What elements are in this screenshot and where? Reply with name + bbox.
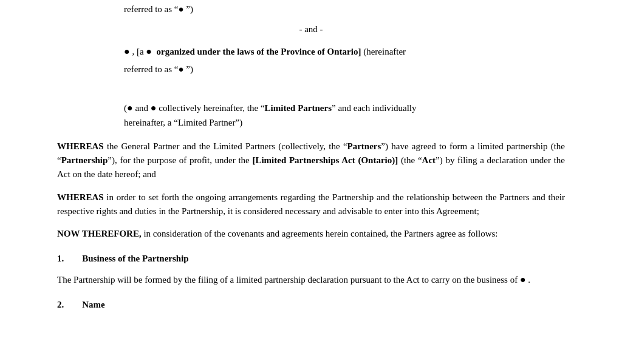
and-text: - and - xyxy=(299,24,323,34)
referred-text-2: referred to as “● ”) xyxy=(124,64,193,74)
now-therefore-paragraph: NOW THEREFORE, in consideration of the c… xyxy=(57,227,565,241)
whereas1-block: WHEREAS the General Partner and the Limi… xyxy=(57,140,565,182)
paren-block: (● and ● collectively hereinafter, the “… xyxy=(124,101,565,130)
section1-num: 1.Business of the Partnership xyxy=(57,254,189,263)
whereas2-block: WHEREAS in order to set forth the ongoin… xyxy=(57,190,565,219)
party2-block: ● , [a ● organized under the laws of the… xyxy=(124,44,565,59)
now-therefore-keyword: NOW THEREFORE, xyxy=(57,229,142,238)
paren-line2: hereinafter, a “Limited Partner”) xyxy=(124,118,242,127)
section2-heading: 2.Name xyxy=(57,298,565,312)
and-separator: - and - xyxy=(57,22,565,36)
section1-paragraph: The Partnership will be formed by the fi… xyxy=(57,272,565,288)
section2-num: 2. xyxy=(57,300,64,309)
section1-heading: 1.Business of the Partnership xyxy=(57,252,565,266)
now-therefore-block: NOW THEREFORE, in consideration of the c… xyxy=(57,227,565,241)
section1-title: Business of the Partnership xyxy=(82,254,188,263)
whereas1-paragraph: WHEREAS the General Partner and the Limi… xyxy=(57,140,565,182)
whereas2-paragraph: WHEREAS in order to set forth the ongoin… xyxy=(57,190,565,219)
referred-text-1: referred to as “● ”) xyxy=(124,4,193,14)
referred-line-2-block: referred to as “● ”) xyxy=(124,62,565,76)
document-container: referred to as “● ”) - and - ● , [a ● or… xyxy=(0,0,622,312)
section1-body: The Partnership will be formed by the fi… xyxy=(57,272,565,288)
whereas1-keyword: WHEREAS xyxy=(57,141,104,151)
whereas2-keyword: WHEREAS xyxy=(57,192,104,202)
section2-title: Name xyxy=(82,300,105,309)
party2-line: ● , [a ● organized under the laws of the… xyxy=(124,47,406,56)
paren-line: (● and ● collectively hereinafter, the “… xyxy=(124,103,417,113)
referred-line-1: referred to as “● ”) xyxy=(124,0,565,16)
